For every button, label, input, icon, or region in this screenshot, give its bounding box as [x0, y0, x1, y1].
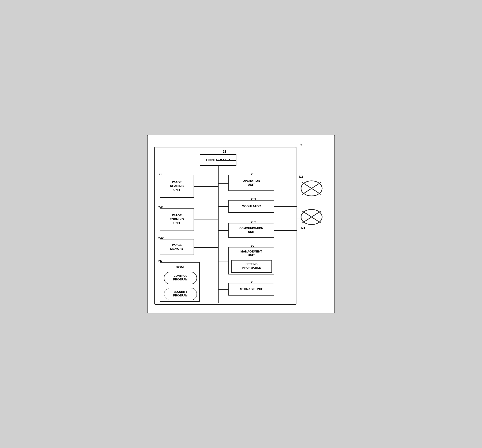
control-program-label: CONTROLPROGRAM [173, 274, 188, 281]
im-hline [194, 247, 218, 248]
rom-hline [200, 281, 218, 281]
com-hline [218, 230, 228, 231]
security-program-box: SECURITYPROGRAM [164, 288, 197, 300]
image-memory-label: IMAGEMEMORY [170, 243, 184, 251]
main-box: 2 21 CONTROLLER 22 IMAGEREADINGUNIT 241 … [154, 147, 297, 305]
mod-hline [218, 206, 228, 207]
modulator-label: MODULATOR [242, 204, 261, 208]
security-program-label: SECURITYPROGRAM [173, 290, 188, 297]
storage-label: STORAGE UNIT [240, 287, 263, 291]
ref-n1: N1 [301, 226, 305, 230]
ref-n3: N3 [299, 175, 303, 179]
com-to-n1 [297, 218, 321, 218]
image-reading-label: IMAGEREADINGUNIT [170, 181, 184, 192]
op-hline [218, 183, 228, 184]
stor-hline [218, 289, 228, 290]
ir-hline [194, 186, 218, 187]
image-memory-box: IMAGEMEMORY [160, 239, 194, 255]
mgmt-hline [218, 261, 228, 261]
mod-right-hline [274, 206, 297, 207]
storage-box: STORAGE UNIT [228, 283, 274, 296]
operation-label: OPERATIONUNIT [243, 179, 260, 187]
n1-ellipse [300, 209, 323, 226]
setting-info-label: SETTINGINFORMATION [242, 263, 261, 270]
ctrl-hline [218, 160, 236, 161]
rom-label: ROM [176, 265, 184, 269]
communication-box: COMMUNICATIONUNIT [228, 223, 274, 238]
rom-box: ROM CONTROLPROGRAM SECURITYPROGRAM [160, 262, 200, 302]
mod-to-n3 [297, 194, 321, 194]
ref-2: 2 [300, 143, 302, 147]
n3-ellipse [300, 180, 323, 197]
com-right-hline [274, 230, 297, 231]
setting-info-box: SETTINGINFORMATION [231, 260, 272, 273]
control-program-box: CONTROLPROGRAM [164, 272, 197, 284]
n3-container: N3 [300, 180, 323, 198]
image-forming-box: IMAGEFORMINGUNIT [160, 208, 194, 231]
page: 2 21 CONTROLLER 22 IMAGEREADINGUNIT 241 … [147, 135, 335, 313]
modulator-box: MODULATOR [228, 200, 274, 213]
communication-label: COMMUNICATIONUNIT [239, 227, 263, 234]
ref-21: 21 [223, 150, 226, 153]
image-reading-box: IMAGEREADINGUNIT [160, 175, 194, 198]
if-hline [194, 220, 218, 220]
management-label: MANAGEMENTUNIT [241, 250, 262, 258]
operation-box: OPERATIONUNIT [228, 175, 274, 191]
management-box: MANAGEMENTUNIT SETTINGINFORMATION [228, 247, 274, 275]
main-vbus [218, 166, 218, 303]
image-forming-label: IMAGEFORMINGUNIT [170, 214, 184, 225]
